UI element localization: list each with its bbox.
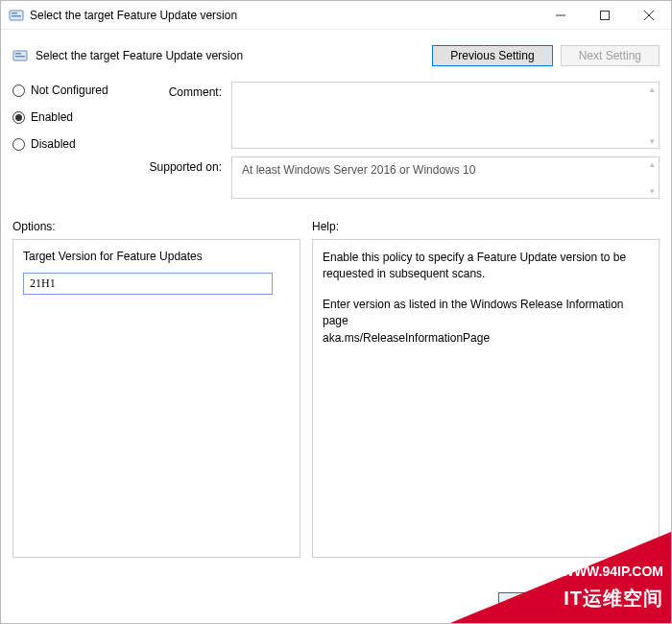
help-paragraph: Enable this policy to specify a Feature … bbox=[323, 250, 649, 283]
previous-setting-button[interactable]: Previous Setting bbox=[432, 45, 552, 66]
watermark-text: WWW.94IP.COM bbox=[562, 564, 663, 579]
radio-icon bbox=[12, 84, 25, 97]
svg-rect-4 bbox=[601, 11, 610, 19]
svg-rect-8 bbox=[15, 53, 21, 55]
scroll-up-icon: ▴ bbox=[650, 159, 655, 169]
radio-label: Enabled bbox=[31, 110, 73, 124]
scroll-down-icon: ▾ bbox=[650, 136, 655, 146]
target-version-label: Target Version for Feature Updates bbox=[23, 250, 290, 263]
scroll-down-icon: ▾ bbox=[650, 186, 655, 196]
next-setting-button: Next Setting bbox=[561, 45, 660, 66]
options-pane: Target Version for Feature Updates bbox=[12, 239, 300, 558]
group-policy-icon bbox=[9, 8, 24, 23]
header-row: Select the target Feature Update version… bbox=[1, 30, 671, 72]
minimize-button[interactable] bbox=[539, 1, 583, 29]
radio-icon bbox=[12, 138, 25, 151]
close-button[interactable] bbox=[627, 1, 671, 29]
options-heading: Options: bbox=[12, 220, 300, 233]
scroll-up-icon: ▴ bbox=[650, 84, 655, 94]
svg-rect-9 bbox=[15, 56, 25, 58]
state-radio-group: Not Configured Enabled Disabled bbox=[12, 82, 128, 199]
svg-rect-1 bbox=[12, 12, 17, 14]
policy-icon bbox=[12, 48, 28, 63]
cancel-button[interactable]: Cancel bbox=[583, 592, 658, 613]
supported-on-value: At least Windows Server 2016 or Windows … bbox=[242, 163, 475, 177]
policy-title: Select the target Feature Update version bbox=[36, 49, 432, 62]
radio-not-configured[interactable]: Not Configured bbox=[12, 84, 128, 97]
target-version-input[interactable] bbox=[23, 273, 273, 295]
supported-label: Supported on: bbox=[145, 156, 231, 174]
radio-disabled[interactable]: Disabled bbox=[12, 137, 128, 151]
dialog-footer: OK Cancel bbox=[498, 592, 658, 613]
help-heading: Help: bbox=[312, 220, 660, 233]
radio-label: Disabled bbox=[31, 137, 76, 151]
window-title: Select the target Feature Update version bbox=[30, 9, 539, 22]
supported-on-box: At least Windows Server 2016 or Windows … bbox=[231, 156, 660, 199]
radio-enabled[interactable]: Enabled bbox=[12, 110, 128, 124]
help-pane: Enable this policy to specify a Feature … bbox=[312, 239, 660, 558]
svg-rect-2 bbox=[12, 15, 21, 17]
config-area: Not Configured Enabled Disabled Comment:… bbox=[1, 72, 671, 204]
comment-textarea[interactable]: ▴ ▾ bbox=[231, 82, 660, 149]
radio-icon bbox=[12, 111, 25, 124]
title-bar: Select the target Feature Update version bbox=[1, 1, 671, 30]
comment-label: Comment: bbox=[145, 82, 231, 99]
maximize-button[interactable] bbox=[583, 1, 627, 29]
ok-button[interactable]: OK bbox=[498, 592, 573, 613]
radio-label: Not Configured bbox=[31, 84, 108, 97]
help-paragraph: Enter version as listed in the Windows R… bbox=[323, 297, 649, 347]
